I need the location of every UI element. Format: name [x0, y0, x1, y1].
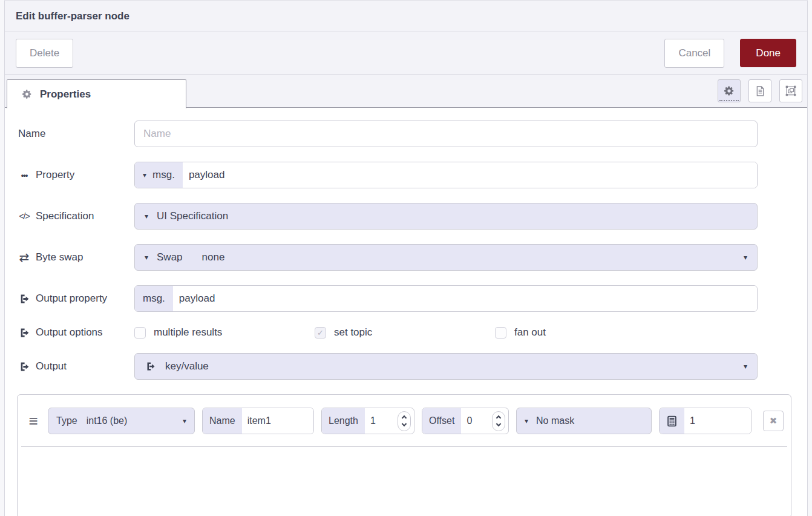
- chevron-up-icon: [496, 415, 501, 420]
- item-offset-label: Offset: [422, 408, 461, 434]
- option-multiple-results[interactable]: ✓ multiple results: [134, 326, 315, 339]
- output-options-label: Output options: [18, 326, 134, 339]
- output-label: Output: [18, 360, 134, 372]
- item-type-label: Type: [56, 415, 77, 426]
- item-offset-input[interactable]: [461, 408, 492, 434]
- item-scale-input[interactable]: [684, 408, 751, 434]
- appearance-icon: [785, 85, 797, 97]
- property-type-label: msg.: [152, 169, 175, 181]
- item-divider: [21, 446, 787, 447]
- name-label: Name: [18, 128, 134, 140]
- specification-value: UI Specification: [157, 210, 228, 222]
- node-settings-button[interactable]: [718, 79, 741, 102]
- tab-action-buttons: [718, 79, 802, 102]
- code-icon: </>: [18, 211, 30, 221]
- parser-item-row: ≡ Type int16 (be) ▾ Name Length: [18, 395, 791, 446]
- property-value-input[interactable]: [183, 162, 757, 188]
- checkbox-fan-out[interactable]: ✓: [495, 327, 506, 339]
- output-property-value-input[interactable]: [173, 286, 757, 311]
- item-length-field: Length: [321, 408, 414, 434]
- chevron-up-icon: [402, 415, 407, 420]
- sign-out-icon: [18, 328, 30, 338]
- chevron-down-icon: [496, 422, 501, 426]
- item-type-value: int16 (be): [87, 415, 128, 426]
- property-type-button[interactable]: ▾ msg.: [135, 162, 183, 188]
- tab-bar: Properties: [5, 75, 807, 108]
- output-property-row: Output property msg.: [18, 285, 758, 312]
- byte-swap-select[interactable]: ▾ Swap none ▾: [134, 244, 758, 271]
- property-row: ••• Property ▾ msg.: [18, 162, 758, 188]
- swap-arrows-icon: ⇄: [18, 250, 30, 265]
- byte-swap-label: ⇄ Byte swap: [18, 250, 134, 265]
- check-icon: ✓: [317, 328, 324, 337]
- item-name-field: Name: [202, 408, 314, 434]
- checkbox-set-topic[interactable]: ✓: [315, 327, 326, 339]
- caret-down-icon: ▾: [143, 171, 146, 179]
- document-icon: [755, 85, 766, 97]
- byte-swap-row: ⇄ Byte swap ▾ Swap none ▾: [18, 244, 758, 271]
- dialog-title: Edit buffer-parser node: [16, 10, 129, 22]
- property-label: ••• Property: [18, 169, 134, 181]
- output-value: key/value: [165, 360, 209, 372]
- node-appearance-button[interactable]: [779, 79, 802, 102]
- item-scale-field: [659, 408, 751, 434]
- toolbar-right-group: Cancel Done: [664, 39, 796, 68]
- tab-properties-label: Properties: [40, 88, 91, 101]
- byte-swap-prefix: Swap: [157, 251, 183, 263]
- item-type-select[interactable]: Type int16 (be) ▾: [48, 408, 195, 434]
- caret-down-icon: ▾: [744, 363, 747, 370]
- cancel-button[interactable]: Cancel: [664, 39, 724, 68]
- offset-stepper[interactable]: [492, 411, 505, 431]
- dialog-toolbar: Delete Cancel Done: [5, 31, 807, 75]
- item-length-input[interactable]: [365, 408, 398, 434]
- byte-swap-value: none: [202, 251, 225, 263]
- caret-down-icon: ▾: [183, 417, 186, 425]
- node-description-button[interactable]: [748, 79, 771, 102]
- gear-icon: [724, 85, 735, 96]
- edit-node-dialog: Edit buffer-parser node Delete Cancel Do…: [4, 0, 808, 516]
- tab-properties[interactable]: Properties: [7, 79, 186, 108]
- ellipsis-icon: •••: [18, 171, 30, 180]
- item-mask-select[interactable]: ▾ No mask: [516, 408, 652, 434]
- item-length-label: Length: [322, 408, 365, 434]
- caret-down-icon: ▾: [145, 254, 148, 261]
- option-fan-out[interactable]: ✓ fan out: [495, 326, 675, 339]
- output-property-type-label: msg.: [135, 286, 173, 311]
- item-name-input[interactable]: [242, 408, 313, 434]
- option-set-topic[interactable]: ✓ set topic: [315, 326, 495, 339]
- properties-form: Name ••• Property ▾ msg. </> Specificati: [5, 108, 807, 516]
- output-select[interactable]: key/value ▾: [134, 353, 758, 380]
- sign-out-icon: [18, 294, 30, 304]
- specification-row: </> Specification ▾ UI Specification: [18, 203, 758, 230]
- specification-select[interactable]: ▾ UI Specification: [134, 203, 758, 230]
- done-button[interactable]: Done: [740, 39, 796, 67]
- checkbox-multiple-results[interactable]: ✓: [134, 327, 146, 339]
- sign-out-icon: [18, 362, 30, 372]
- caret-down-icon: ▾: [525, 417, 528, 425]
- output-property-typed-input: msg.: [134, 285, 758, 312]
- item-mask-value: No mask: [536, 415, 574, 426]
- length-stepper[interactable]: [398, 411, 411, 431]
- caret-down-icon: ▾: [744, 254, 747, 261]
- name-row: Name: [18, 121, 758, 147]
- calculator-icon: [660, 408, 684, 434]
- item-offset-field: Offset: [422, 408, 509, 434]
- drag-handle-icon[interactable]: ≡: [26, 413, 41, 429]
- output-options-row: Output options ✓ multiple results ✓ set …: [18, 326, 758, 339]
- remove-item-button[interactable]: ✖: [763, 411, 784, 431]
- chevron-down-icon: [402, 422, 407, 426]
- gear-icon: [21, 89, 33, 99]
- close-icon: ✖: [770, 415, 778, 426]
- specification-label: </> Specification: [18, 210, 134, 222]
- dialog-header: Edit buffer-parser node: [5, 1, 807, 31]
- items-container: ≡ Type int16 (be) ▾ Name Length: [17, 394, 791, 516]
- delete-button[interactable]: Delete: [16, 39, 73, 68]
- sign-out-icon: [145, 362, 157, 371]
- name-input[interactable]: [134, 121, 758, 147]
- caret-down-icon: ▾: [145, 213, 148, 220]
- output-property-label: Output property: [18, 293, 134, 305]
- property-typed-input: ▾ msg.: [134, 162, 758, 188]
- output-row: Output key/value ▾: [18, 353, 758, 380]
- item-name-label: Name: [203, 408, 242, 434]
